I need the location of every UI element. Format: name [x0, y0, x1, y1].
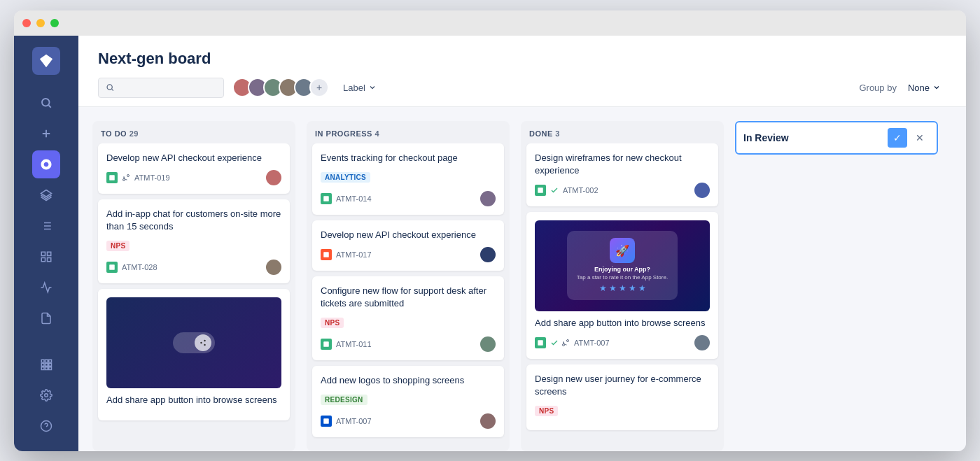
search-icon [40, 97, 52, 109]
sidebar-item-settings[interactable] [32, 381, 60, 409]
card-footer: ATMT-007 [321, 413, 496, 429]
svg-rect-38 [323, 252, 329, 257]
card-tag: ANALYTICS [321, 172, 370, 183]
sidebar-item-grid[interactable] [32, 243, 60, 271]
grid-icon [40, 250, 52, 263]
sidebar-item-apps[interactable] [32, 350, 60, 378]
card-footer: ATMT-017 [321, 247, 496, 262]
app-rating-sub: Tap a star to rate it on the App Store. [577, 274, 668, 281]
card-new-logos[interactable]: Add new logos to shopping screens REDESI… [312, 366, 504, 437]
avatar-group: + [232, 78, 329, 97]
minimize-dot[interactable] [36, 19, 45, 27]
sidebar-item-create[interactable] [32, 120, 60, 148]
card-title: Add share app button into browse screens [106, 394, 281, 406]
check-icon [550, 339, 559, 347]
card-chat[interactable]: Add in-app chat for customers on-site mo… [98, 199, 290, 283]
card-avatar [480, 336, 496, 352]
card-type-icon [321, 416, 332, 427]
star: ★ [599, 283, 607, 293]
card-support-flow[interactable]: Configure new flow for support desk afte… [312, 276, 504, 360]
svg-rect-17 [41, 363, 44, 366]
svg-rect-37 [323, 196, 329, 201]
svg-point-30 [127, 174, 130, 176]
diamond-icon [38, 53, 54, 69]
column-in-progress-cards: Events tracking for checkout page ANALYT… [307, 143, 510, 451]
card-type-icon [321, 193, 332, 204]
column-done-cards: Design wireframes for new checkout exper… [521, 143, 724, 451]
card-avatar [266, 260, 281, 275]
card-avatar [694, 183, 710, 198]
chevron-down-icon [368, 83, 377, 92]
card-share-app-done[interactable]: 🚀 Enjoying our App? Tap a star to rate i… [526, 212, 718, 359]
logo[interactable] [32, 47, 60, 75]
in-review-input-wrapper: ✓ ✕ [735, 121, 938, 155]
search-input[interactable] [118, 83, 216, 93]
search-bar[interactable] [98, 78, 224, 98]
card-user-journey[interactable]: Design new user journey for e-commerce s… [526, 364, 718, 430]
svg-point-23 [45, 393, 48, 397]
card-title: Design new user journey for e-commerce s… [535, 373, 710, 398]
svg-rect-19 [49, 363, 52, 366]
svg-rect-15 [46, 360, 48, 362]
toggle-thumb [195, 334, 211, 351]
svg-rect-21 [46, 367, 48, 369]
star: ★ [629, 283, 636, 293]
settings-icon [40, 389, 52, 402]
header: Next-gen board + [78, 36, 966, 107]
column-name-input[interactable] [743, 132, 882, 143]
svg-rect-42 [538, 340, 543, 346]
svg-rect-40 [323, 419, 329, 425]
card-id: ATMT-011 [336, 340, 372, 348]
label-filter-button[interactable]: Label [337, 80, 382, 96]
card-meta-icons [122, 173, 130, 182]
svg-point-0 [42, 99, 50, 106]
group-by-button[interactable]: None [902, 80, 946, 96]
card-events-tracking[interactable]: Events tracking for checkout page ANALYT… [312, 143, 504, 215]
svg-rect-16 [49, 360, 52, 362]
card-avatar [480, 413, 496, 429]
close-dot[interactable] [22, 19, 31, 27]
svg-rect-39 [323, 342, 329, 348]
sidebar-item-help[interactable] [32, 412, 60, 440]
card-tag: NPS [106, 241, 130, 251]
card-wireframes[interactable]: Design wireframes for new checkout exper… [526, 143, 718, 206]
sidebar-item-chart[interactable] [32, 274, 60, 302]
sidebar-item-backlog[interactable] [32, 181, 60, 209]
svg-point-34 [204, 344, 206, 346]
file-icon [40, 312, 52, 325]
card-share-app-todo[interactable]: Add share app button into browse screens [98, 289, 290, 420]
column-in-progress-header: IN PROGRESS 4 [307, 121, 510, 143]
column-in-progress-title: IN PROGRESS [315, 129, 372, 138]
column-done: DONE 3 Design wireframes for new checkou… [521, 121, 724, 451]
svg-line-35 [202, 343, 204, 345]
sidebar-item-project[interactable] [32, 150, 60, 178]
sidebar-item-search[interactable] [32, 89, 60, 117]
card-develop-api-2[interactable]: Develop new API checkout experience ATMT… [312, 220, 504, 271]
check-icon [550, 186, 559, 194]
branch-icon [122, 173, 130, 182]
maximize-dot[interactable] [50, 19, 59, 27]
app-window: Next-gen board + [14, 10, 966, 451]
card-title: Add share app button into browse screens [535, 317, 710, 329]
titlebar [14, 10, 966, 36]
avatar-add[interactable]: + [309, 78, 329, 97]
sidebar-item-pages[interactable] [32, 304, 60, 332]
confirm-button[interactable]: ✓ [888, 128, 907, 148]
card-develop-api[interactable]: Develop new API checkout experience [98, 143, 290, 194]
card-meta: ATMT-002 [535, 185, 598, 196]
card-tag: NPS [321, 318, 344, 328]
search-icon [106, 83, 114, 92]
card-tag: NPS [535, 406, 558, 416]
column-done-header: DONE 3 [521, 121, 724, 143]
card-title: Configure new flow for support desk afte… [321, 285, 496, 310]
group-by-label: Group by [859, 83, 896, 93]
card-title: Add in-app chat for customers on-site mo… [106, 208, 281, 233]
svg-rect-13 [48, 257, 51, 261]
svg-point-33 [200, 342, 202, 344]
cancel-button[interactable]: ✕ [910, 128, 930, 148]
sidebar-item-list[interactable] [32, 212, 60, 240]
card-avatar [266, 170, 281, 185]
card-meta: ATMT-011 [321, 339, 372, 350]
column-done-title: DONE [529, 129, 553, 138]
card-meta-icons [550, 186, 559, 194]
